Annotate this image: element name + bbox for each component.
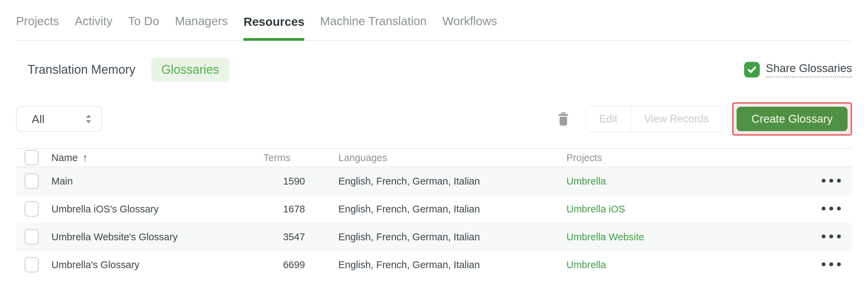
selection-actions-group: Edit View Records <box>585 106 722 132</box>
column-header-name-label: Name <box>51 152 78 163</box>
table-row: Umbrella iOS's Glossary 1678 English, Fr… <box>16 195 852 223</box>
nav-tab[interactable]: Machine Translation <box>320 14 427 40</box>
glossary-languages: English, French, German, Italian <box>305 204 566 215</box>
row-checkbox[interactable] <box>25 173 39 189</box>
glossary-name: Umbrella Website's Glossary <box>51 231 242 243</box>
main-nav: Projects Activity To Do Managers Resourc… <box>16 0 852 41</box>
glossary-terms-count: 3547 <box>242 231 305 243</box>
glossaries-table: Name ↑ Terms Languages Projects Main 159… <box>16 148 852 279</box>
project-link[interactable]: Umbrella <box>566 259 606 271</box>
create-glossary-button[interactable]: Create Glossary <box>737 107 848 131</box>
table-header: Name ↑ Terms Languages Projects <box>16 148 852 167</box>
row-checkbox[interactable] <box>25 201 39 217</box>
table-body: Main 1590 English, French, German, Itali… <box>16 167 852 279</box>
project-link[interactable]: Umbrella <box>566 176 606 187</box>
view-records-button[interactable]: View Records <box>630 106 722 132</box>
project-link[interactable]: Umbrella iOS <box>566 204 625 215</box>
row-menu-ellipsis-icon[interactable]: ••• <box>820 176 843 187</box>
sort-ascending-arrow-icon: ↑ <box>82 152 87 163</box>
glossary-languages: English, French, German, Italian <box>305 176 566 187</box>
project-link[interactable]: Umbrella Website <box>566 231 644 243</box>
create-glossary-highlight: Create Glossary <box>732 102 852 136</box>
share-glossaries-checkbox[interactable] <box>744 62 760 77</box>
nav-tab[interactable]: Workflows <box>443 14 497 40</box>
glossary-name: Main <box>51 176 242 187</box>
table-row: Main 1590 English, French, German, Itali… <box>16 167 852 195</box>
column-header-projects[interactable]: Projects <box>566 152 811 163</box>
share-glossaries-label: Share Glossaries <box>766 62 852 77</box>
row-menu-ellipsis-icon[interactable]: ••• <box>820 231 843 242</box>
row-checkbox[interactable] <box>25 257 39 273</box>
project-filter-value: All <box>32 112 45 126</box>
glossaries-toolbar: All Edit View Records Create Glossary <box>16 103 852 135</box>
column-header-name[interactable]: Name ↑ <box>51 152 242 163</box>
select-all-checkbox[interactable] <box>25 150 39 166</box>
nav-tab[interactable]: To Do <box>128 14 159 40</box>
row-menu-ellipsis-icon[interactable]: ••• <box>820 259 843 270</box>
delete-glossary-button[interactable] <box>558 112 569 126</box>
glossary-languages: English, French, German, Italian <box>305 231 566 243</box>
glossary-name: Umbrella's Glossary <box>51 259 242 271</box>
table-row: Umbrella's Glossary 6699 English, French… <box>16 251 852 279</box>
glossary-terms-count: 1590 <box>242 176 305 187</box>
tab-glossaries[interactable]: Glossaries <box>151 58 229 82</box>
table-row: Umbrella Website's Glossary 3547 English… <box>16 223 852 251</box>
trash-icon <box>558 112 569 126</box>
row-menu-ellipsis-icon[interactable]: ••• <box>820 204 843 214</box>
nav-tab[interactable]: Projects <box>16 14 59 40</box>
column-header-terms[interactable]: Terms <box>242 152 305 163</box>
nav-tab[interactable]: Activity <box>75 14 112 40</box>
share-glossaries-toggle[interactable]: Share Glossaries <box>744 62 852 77</box>
row-checkbox[interactable] <box>25 229 39 245</box>
toolbar-actions: Edit View Records Create Glossary <box>558 102 852 136</box>
glossary-languages: English, French, German, Italian <box>305 259 566 271</box>
tab-translation-memory[interactable]: Translation Memory <box>16 63 147 77</box>
edit-button[interactable]: Edit <box>586 106 630 132</box>
glossary-terms-count: 1678 <box>242 204 305 215</box>
column-header-languages[interactable]: Languages <box>305 152 566 163</box>
nav-tab[interactable]: Managers <box>175 14 228 40</box>
resources-subnav: Translation Memory Glossaries Share Glos… <box>16 58 852 82</box>
project-filter-select[interactable]: All <box>16 106 102 132</box>
checkmark-icon <box>746 64 757 75</box>
nav-tab[interactable]: Resources <box>243 15 304 41</box>
glossary-name: Umbrella iOS's Glossary <box>51 204 242 215</box>
sort-caret-icon <box>85 114 92 124</box>
resource-type-tabs: Translation Memory Glossaries <box>16 58 229 82</box>
glossary-terms-count: 6699 <box>242 259 305 271</box>
